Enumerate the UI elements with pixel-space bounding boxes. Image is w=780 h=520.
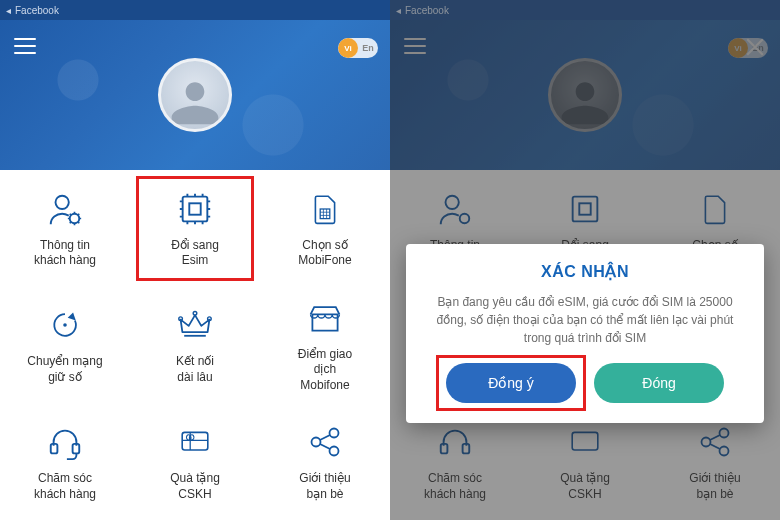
phone-screen-left: ◂ Facebook Vi En Thông tin khách hàng Đổ… <box>0 0 390 520</box>
tile-label: Giới thiệu bạn bè <box>299 471 350 502</box>
back-chevron-icon[interactable]: ◂ <box>6 5 11 16</box>
crown-icon <box>174 304 216 346</box>
confirm-dialog: XÁC NHẬN Bạn đang yêu cầu đổi eSIM, giá … <box>406 244 764 423</box>
tile-label: Đổi sang Esim <box>171 238 219 269</box>
svg-point-0 <box>56 195 69 208</box>
chip-icon <box>174 188 216 230</box>
menu-icon[interactable] <box>14 38 36 54</box>
status-bar: ◂ Facebook <box>0 0 390 20</box>
tile-label: Chăm sóc khách hàng <box>34 471 96 502</box>
phone-screen-right: ◂ Facebook Vi En Thông tin khách hàng Đổ… <box>390 0 780 520</box>
store-icon <box>304 297 346 339</box>
tile-change-esim[interactable]: Đổi sang Esim <box>130 170 260 287</box>
svg-point-12 <box>312 438 321 447</box>
tile-label: Chuyển mạng giữ số <box>27 354 102 385</box>
svg-rect-2 <box>183 196 208 221</box>
sim-icon <box>304 188 346 230</box>
dialog-body: Bạn đang yêu cầu đổi eSIM, giá cước đổi … <box>422 293 748 347</box>
gift-card-icon <box>174 421 216 463</box>
tile-customer-care[interactable]: Chăm sóc khách hàng <box>0 403 130 520</box>
person-icon <box>167 73 223 129</box>
tile-label: Kết nối dài lâu <box>176 354 214 385</box>
svg-point-7 <box>193 312 197 316</box>
tile-refer-friend[interactable]: Giới thiệu bạn bè <box>260 403 390 520</box>
refresh-icon <box>44 304 86 346</box>
tile-pick-number[interactable]: Chọn số MobiFone <box>260 170 390 287</box>
language-toggle[interactable]: Vi En <box>338 38 378 58</box>
svg-point-1 <box>70 213 80 223</box>
svg-rect-3 <box>189 203 200 214</box>
lang-vi-label: Vi <box>338 38 358 58</box>
menu-grid: Thông tin khách hàng Đổi sang Esim Chọn … <box>0 170 390 520</box>
tile-gift-cskh[interactable]: Quà tặng CSKH <box>130 403 260 520</box>
svg-rect-4 <box>320 209 330 219</box>
dialog-title: XÁC NHẬN <box>541 262 629 281</box>
cancel-button[interactable]: Đóng <box>594 363 724 403</box>
tile-customer-info[interactable]: Thông tin khách hàng <box>0 170 130 287</box>
svg-point-13 <box>330 429 339 438</box>
avatar[interactable] <box>158 58 232 132</box>
tile-label: Điểm giao dịch Mobifone <box>298 347 352 394</box>
lang-en-label: En <box>358 43 378 53</box>
tile-connect-long[interactable]: Kết nối dài lâu <box>130 287 260 404</box>
svg-rect-11 <box>182 432 208 450</box>
tile-label: Quà tặng CSKH <box>170 471 220 502</box>
tile-label: Chọn số MobiFone <box>298 238 351 269</box>
person-gear-icon <box>44 188 86 230</box>
svg-point-14 <box>330 447 339 456</box>
tile-switch-keep[interactable]: Chuyển mạng giữ số <box>0 287 130 404</box>
app-header: Vi En <box>0 20 390 170</box>
svg-point-5 <box>63 324 67 328</box>
dialog-buttons: Đồng ý Đóng <box>446 363 724 403</box>
confirm-button[interactable]: Đồng ý <box>446 363 576 403</box>
tile-trade-point[interactable]: Điểm giao dịch Mobifone <box>260 287 390 404</box>
headset-icon <box>44 421 86 463</box>
share-icon <box>304 421 346 463</box>
back-app-label[interactable]: Facebook <box>15 5 59 16</box>
tile-label: Thông tin khách hàng <box>34 238 96 269</box>
